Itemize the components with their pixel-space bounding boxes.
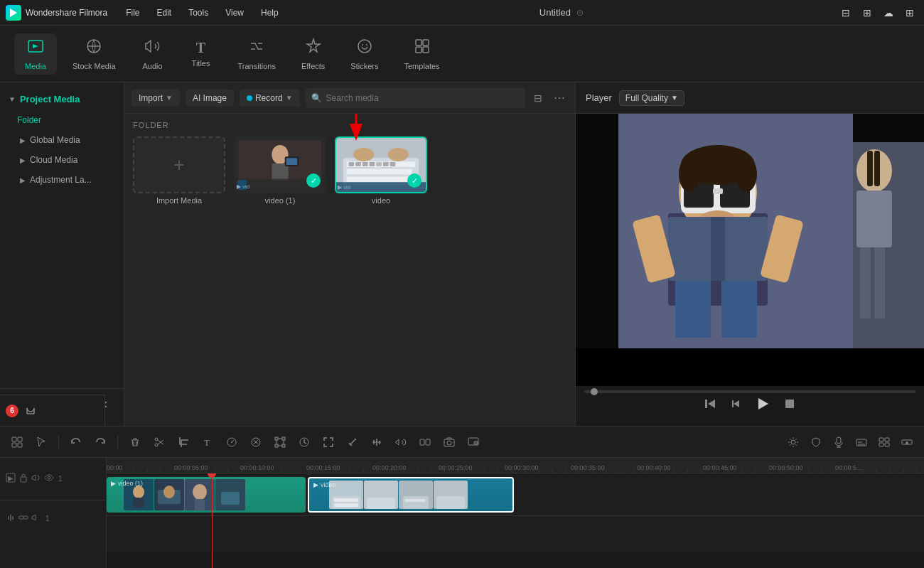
sidebar-global-media[interactable]: ▶ Global Media [3, 130, 121, 150]
fullscreen-icon[interactable]: ⊞ [859, 4, 876, 21]
clip-play-icon: ▶ [111, 480, 116, 487]
video1-thumb: ▶ vid ✓ [234, 136, 326, 193]
record-button[interactable]: Record ▼ [240, 90, 300, 107]
step-back-button[interactable] [704, 397, 716, 410]
tool-stock-label: Stock Media [72, 62, 116, 70]
delete-button[interactable] [125, 434, 145, 451]
timeline-right-tools [783, 434, 917, 451]
sidebar-project-media[interactable]: ▼ Project Media [0, 88, 124, 110]
settings-icon[interactable] [783, 434, 803, 451]
audio-clip-button[interactable] [391, 434, 411, 451]
scene-split-tool[interactable] [7, 434, 27, 451]
sidebar-adjustment-layer[interactable]: ▶ Adjustment La... [3, 170, 121, 190]
svg-rect-185 [195, 499, 205, 510]
svg-rect-198 [436, 496, 465, 509]
menu-edit[interactable]: Edit [150, 5, 179, 21]
volume-audio-icon[interactable] [31, 513, 41, 525]
import-button[interactable]: Import ▼ [131, 90, 180, 107]
tool-templates-label: Templates [404, 62, 439, 70]
add-track-icon[interactable] [897, 434, 917, 451]
frame-back-button[interactable] [729, 397, 742, 410]
ai-image-button[interactable]: AI Image [186, 90, 234, 107]
tool-titles-label: Titles [192, 59, 210, 68]
tool-audio[interactable]: Audio [131, 33, 174, 75]
eye-track-icon[interactable] [44, 473, 54, 485]
svg-rect-9 [416, 47, 421, 53]
more-options-icon[interactable]: ⋯ [551, 88, 568, 107]
merge-button[interactable] [415, 434, 435, 451]
lock-track-icon[interactable] [18, 473, 28, 485]
tool-stickers[interactable]: Stickers [340, 33, 388, 75]
menu-file[interactable]: File [119, 5, 146, 21]
time-button[interactable] [294, 434, 314, 451]
templates-icon [414, 38, 431, 59]
media-content: FOLDER + Import Media [124, 114, 575, 426]
svg-rect-10 [423, 47, 429, 53]
import-media-item[interactable]: + Import Media [133, 136, 225, 205]
tool-transitions[interactable]: Transitions [228, 33, 286, 75]
sidebar-cloud-media[interactable]: ▶ Cloud Media [3, 150, 121, 170]
video-track-icons: ▶ [6, 473, 54, 485]
toolbar-separator-2 [117, 435, 118, 449]
timeline-clip-2[interactable]: ▶ video [308, 477, 514, 513]
folder-header: FOLDER [133, 121, 566, 129]
video2-label: video [372, 196, 390, 205]
volume-track-icon[interactable] [31, 473, 41, 485]
scissors-button[interactable] [149, 434, 169, 451]
redo-button[interactable] [90, 434, 110, 451]
mic-icon[interactable] [829, 434, 849, 451]
add-audio-icon[interactable] [18, 513, 28, 525]
pip-button[interactable] [463, 434, 483, 451]
video2-item[interactable]: ▶ vid ✓ video [335, 136, 427, 205]
grid-icon[interactable]: ⊞ [901, 4, 918, 21]
tool-titles[interactable]: T Titles [180, 36, 222, 72]
transform-button[interactable] [270, 434, 290, 451]
minimize-icon[interactable]: ⊟ [837, 4, 854, 21]
global-media-label: Global Media [30, 135, 80, 145]
tool-media[interactable]: Media [14, 33, 57, 75]
svg-rect-196 [404, 499, 426, 502]
fill-button[interactable] [343, 434, 362, 451]
undo-button[interactable] [66, 434, 86, 451]
color-button[interactable] [246, 434, 266, 451]
text-button[interactable]: T [198, 434, 217, 451]
video1-item[interactable]: ▶ vid ✓ video (1) [234, 136, 326, 205]
quality-value: Full Quality [625, 93, 668, 103]
filter-icon[interactable]: ⊟ [531, 90, 545, 107]
equalizer-button[interactable] [367, 434, 387, 451]
timeline-clip-1[interactable]: ▶ video (1) [107, 477, 306, 513]
svg-rect-83 [282, 437, 285, 440]
timeline-toolbar: T [0, 427, 924, 458]
play-button[interactable] [755, 396, 770, 412]
menu-view[interactable]: View [218, 5, 251, 21]
crop-button[interactable] [173, 434, 193, 451]
audio-icon [144, 38, 161, 59]
svg-rect-92 [426, 439, 430, 445]
quality-select[interactable]: Full Quality ▼ [619, 90, 684, 106]
menu-help[interactable]: Help [254, 5, 286, 21]
shield-icon[interactable] [806, 434, 826, 451]
expand-button[interactable] [318, 434, 338, 451]
multicam-icon[interactable] [874, 434, 894, 451]
svg-point-94 [447, 441, 451, 445]
tool-templates[interactable]: Templates [394, 33, 449, 75]
subtitles-icon[interactable] [852, 434, 871, 451]
svg-rect-82 [275, 437, 278, 440]
menu-tools[interactable]: Tools [181, 5, 215, 21]
magnetic-snap-icon[interactable] [24, 404, 37, 417]
timeline-tracks-area: 00:00 00:00:05:00 00:00:10:00 00:00:15:0… [107, 458, 924, 568]
tool-effects[interactable]: Effects [291, 33, 335, 75]
select-tool[interactable] [31, 434, 51, 451]
camera-button[interactable] [439, 434, 459, 451]
search-input[interactable] [326, 93, 520, 103]
video1-check-icon: ✓ [306, 173, 321, 188]
progress-bar[interactable] [584, 390, 915, 393]
tool-stock[interactable]: Stock Media [63, 33, 126, 75]
cloud-icon[interactable]: ☁ [880, 4, 897, 21]
stop-button[interactable] [783, 397, 796, 410]
video-track-label: ▶ 1 [0, 458, 106, 500]
svg-rect-34 [376, 162, 382, 166]
import-label: Import [139, 93, 163, 103]
add-track-icon[interactable]: ▶ [6, 473, 16, 485]
speed-button[interactable] [222, 434, 242, 451]
